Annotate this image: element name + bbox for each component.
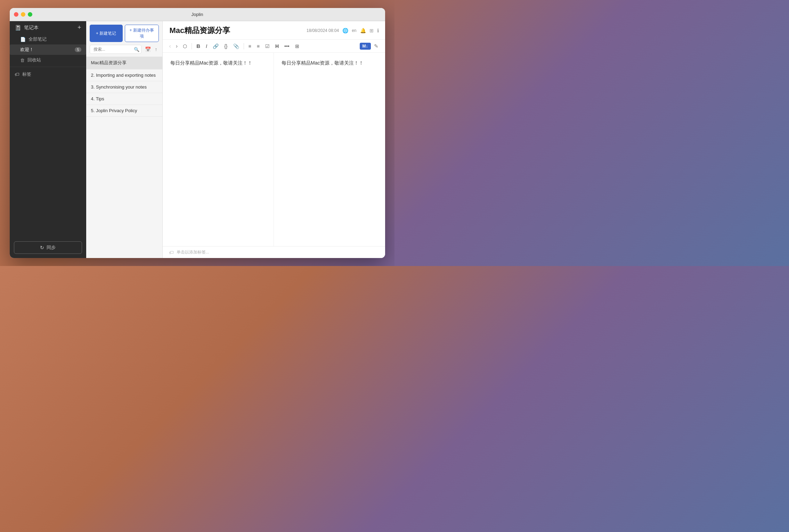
sidebar-item-tags[interactable]: 🏷 标签	[10, 68, 86, 80]
sort-reverse-button[interactable]: ↑	[154, 45, 159, 53]
info-icon[interactable]: ℹ	[377, 28, 379, 33]
layout-icon[interactable]: ⊞	[369, 28, 374, 33]
note-title-0: Mac精品资源分享	[91, 60, 127, 65]
new-todo-button[interactable]: + 新建待办事项	[125, 25, 159, 42]
note-item-3[interactable]: 4. Tips	[86, 93, 162, 105]
welcome-badge: 5	[75, 47, 81, 52]
welcome-label: 欢迎！	[20, 47, 34, 53]
editor-content-left: 每日分享精品Mac资源，敬请关注！！	[170, 60, 252, 66]
notes-items: Mac精品资源分享 2. Importing and exporting not…	[86, 57, 162, 258]
search-icon-button[interactable]: 🔍	[134, 47, 139, 52]
note-item-2[interactable]: 3. Synchronising your notes	[86, 81, 162, 93]
toolbar-right: M↓ ✎	[360, 42, 380, 50]
new-note-button[interactable]: + 新建笔记	[90, 25, 123, 42]
toolbar-separator-1	[192, 43, 192, 49]
maximize-button[interactable]	[28, 12, 32, 17]
note-title-1: 2. Importing and exporting notes	[91, 73, 156, 78]
note-title-3: 4. Tips	[91, 96, 104, 101]
search-input-wrap: 🔍	[90, 45, 141, 54]
attach-button[interactable]: 📎	[231, 42, 241, 50]
footer-tag-icon: 🏷	[169, 250, 174, 255]
forward-button[interactable]: ›	[174, 42, 179, 50]
note-item-0[interactable]: Mac精品资源分享	[86, 57, 162, 69]
sync-button[interactable]: ↻ 同步	[14, 241, 82, 254]
toolbar-separator-2	[244, 43, 244, 49]
note-date: 18/08/2024 08:04	[307, 28, 339, 33]
bullet-list-button[interactable]: ≡	[246, 42, 253, 50]
sync-label: 同步	[47, 244, 56, 251]
editor-area: Mac精品资源分享 18/08/2024 08:04 🌐 en 🔔 ⊞ ℹ ‹ …	[163, 21, 385, 258]
editor-footer: 🏷 单击以添加标签...	[163, 246, 385, 258]
tag-placeholder[interactable]: 单击以添加标签...	[177, 249, 209, 255]
bell-icon[interactable]: 🔔	[360, 28, 366, 33]
external-link-button[interactable]: ⬡	[181, 42, 189, 50]
editor-left-pane[interactable]: 每日分享精品Mac资源，敬请关注！！	[163, 53, 274, 246]
editor-right-pane: 每日分享精品Mac资源，敬请关注！！	[274, 53, 385, 246]
notebook-icon: 📓	[15, 25, 21, 31]
notebook-label: 笔记本	[24, 25, 39, 31]
minimize-button[interactable]	[21, 12, 25, 17]
note-item-1[interactable]: 2. Importing and exporting notes	[86, 69, 162, 81]
checklist-button[interactable]: ☑	[263, 42, 272, 50]
trash-label: 回收站	[27, 57, 41, 63]
editor-header: Mac精品资源分享 18/08/2024 08:04 🌐 en 🔔 ⊞ ℹ	[163, 21, 385, 40]
note-title-4: 5. Joplin Privacy Policy	[91, 108, 137, 113]
tags-label: 标签	[22, 71, 31, 77]
editor-toolbar: ‹ › ⬡ B I 🔗 {} 📎 ≡ ≡ ☑ H ••• ⊞ M↓ ✎	[163, 40, 385, 53]
editor-content-right: 每日分享精品Mac资源，敬请关注！！	[282, 60, 364, 66]
numbered-list-button[interactable]: ≡	[255, 42, 262, 50]
globe-icon[interactable]: 🌐	[342, 28, 348, 33]
table-button[interactable]: ⊞	[293, 42, 301, 50]
sync-icon: ↻	[40, 245, 44, 250]
markdown-button[interactable]: M↓	[360, 43, 371, 50]
note-title: Mac精品资源分享	[170, 25, 230, 36]
note-title-2: 3. Synchronising your notes	[91, 84, 147, 90]
notebook-header-left: 📓 笔记本	[15, 25, 39, 31]
bold-button[interactable]: B	[194, 42, 202, 50]
sidebar-item-all-notes[interactable]: 📄 全部笔记	[10, 34, 86, 44]
editor-split: 每日分享精品Mac资源，敬请关注！！ 每日分享精品Mac资源，敬请关注！！	[163, 53, 385, 246]
note-meta: 18/08/2024 08:04 🌐 en 🔔 ⊞ ℹ	[307, 28, 379, 33]
back-button[interactable]: ‹	[168, 42, 173, 50]
link-button[interactable]: 🔗	[211, 42, 221, 50]
sidebar-bottom: ↻ 同步	[10, 237, 86, 258]
hr-button[interactable]: •••	[282, 42, 292, 50]
note-lang: en	[352, 28, 356, 33]
add-notebook-button[interactable]: +	[78, 24, 81, 31]
sidebar-item-trash[interactable]: 🗑 回收站	[10, 55, 86, 65]
close-button[interactable]	[14, 12, 18, 17]
all-notes-icon: 📄	[20, 37, 26, 42]
trash-icon: 🗑	[20, 58, 25, 63]
sort-buttons: 📅 ↑	[144, 45, 159, 53]
app-window: Joplin 📓 笔记本 + 📄 全部笔记 欢迎！ 5 🗑	[10, 8, 385, 258]
app-title: Joplin	[192, 12, 203, 17]
sort-calendar-button[interactable]: 📅	[144, 45, 152, 53]
italic-button[interactable]: I	[204, 42, 209, 50]
traffic-lights	[14, 12, 32, 17]
search-bar: 🔍 📅 ↑	[86, 45, 162, 57]
sidebar-divider	[10, 67, 86, 67]
note-item-4[interactable]: 5. Joplin Privacy Policy	[86, 105, 162, 117]
notes-list-panel: + 新建笔记 + 新建待办事项 🔍 📅 ↑ Mac精品资源分享 2. Imp	[86, 21, 163, 258]
edit-button[interactable]: ✎	[372, 42, 380, 50]
tags-icon: 🏷	[15, 72, 19, 77]
titlebar: Joplin	[10, 8, 385, 21]
sidebar: 📓 笔记本 + 📄 全部笔记 欢迎！ 5 🗑 回收站 🏷 标签	[10, 21, 86, 258]
heading-button[interactable]: H	[273, 42, 281, 50]
main-content: 📓 笔记本 + 📄 全部笔记 欢迎！ 5 🗑 回收站 🏷 标签	[10, 21, 385, 258]
sidebar-item-welcome[interactable]: 欢迎！ 5	[10, 44, 86, 55]
notes-toolbar: + 新建笔记 + 新建待办事项	[86, 21, 162, 45]
all-notes-label: 全部笔记	[29, 36, 47, 42]
code-button[interactable]: {}	[222, 42, 229, 50]
notebook-header: 📓 笔记本 +	[10, 21, 86, 34]
